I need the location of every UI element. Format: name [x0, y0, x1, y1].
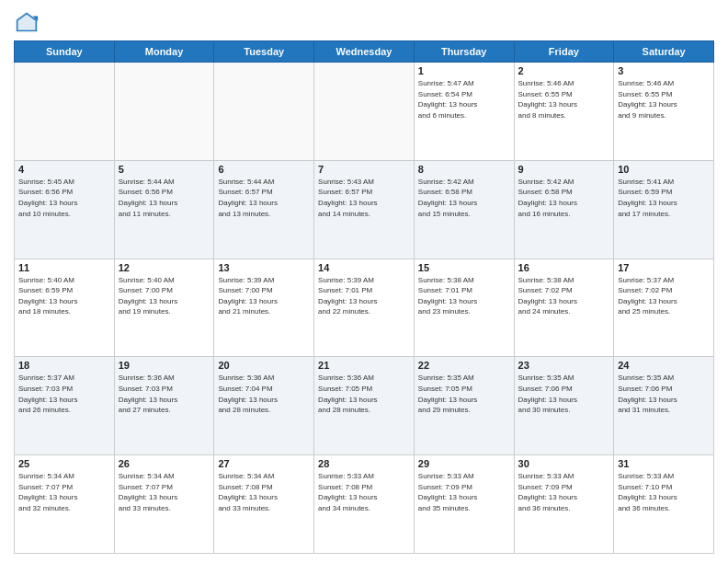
calendar-day-cell: 31Sunrise: 5:33 AM Sunset: 7:10 PM Dayli… [614, 455, 714, 554]
day-number: 4 [18, 164, 110, 175]
day-info: Sunrise: 5:41 AM Sunset: 6:59 PM Dayligh… [618, 177, 710, 219]
calendar-day-cell: 23Sunrise: 5:35 AM Sunset: 7:06 PM Dayli… [514, 357, 614, 455]
day-number: 5 [119, 164, 210, 175]
day-info: Sunrise: 5:38 AM Sunset: 7:01 PM Dayligh… [418, 275, 510, 317]
day-info: Sunrise: 5:42 AM Sunset: 6:58 PM Dayligh… [418, 177, 510, 219]
day-info: Sunrise: 5:46 AM Sunset: 6:55 PM Dayligh… [518, 78, 610, 121]
calendar-week-row: 4Sunrise: 5:45 AM Sunset: 6:56 PM Daylig… [15, 160, 714, 259]
day-info: Sunrise: 5:33 AM Sunset: 7:10 PM Dayligh… [618, 471, 710, 513]
calendar-day-cell: 7Sunrise: 5:43 AM Sunset: 6:57 PM Daylig… [314, 160, 415, 259]
day-number: 13 [218, 262, 310, 273]
day-info: Sunrise: 5:44 AM Sunset: 6:57 PM Dayligh… [218, 177, 310, 219]
calendar-day-cell: 27Sunrise: 5:34 AM Sunset: 7:08 PM Dayli… [214, 455, 314, 554]
calendar-week-row: 1Sunrise: 5:47 AM Sunset: 6:54 PM Daylig… [15, 63, 714, 161]
day-info: Sunrise: 5:39 AM Sunset: 7:01 PM Dayligh… [318, 275, 410, 317]
day-info: Sunrise: 5:34 AM Sunset: 7:07 PM Dayligh… [119, 471, 210, 513]
day-number: 7 [318, 164, 410, 175]
day-number: 11 [18, 262, 110, 273]
calendar-day-cell: 10Sunrise: 5:41 AM Sunset: 6:59 PM Dayli… [614, 160, 714, 259]
day-number: 31 [618, 458, 710, 469]
day-number: 29 [418, 458, 510, 469]
day-info: Sunrise: 5:35 AM Sunset: 7:06 PM Dayligh… [618, 373, 710, 415]
day-info: Sunrise: 5:36 AM Sunset: 7:04 PM Dayligh… [218, 373, 310, 415]
day-info: Sunrise: 5:36 AM Sunset: 7:05 PM Dayligh… [318, 373, 410, 415]
day-info: Sunrise: 5:47 AM Sunset: 6:54 PM Dayligh… [418, 78, 510, 121]
day-number: 6 [218, 164, 310, 175]
day-number: 19 [119, 360, 210, 371]
day-info: Sunrise: 5:40 AM Sunset: 6:59 PM Dayligh… [18, 275, 110, 317]
calendar-day-cell: 8Sunrise: 5:42 AM Sunset: 6:58 PM Daylig… [414, 160, 514, 259]
day-number: 2 [518, 65, 610, 76]
day-info: Sunrise: 5:46 AM Sunset: 6:55 PM Dayligh… [618, 78, 710, 121]
day-number: 21 [318, 360, 410, 371]
calendar-day-cell [314, 63, 415, 161]
day-info: Sunrise: 5:42 AM Sunset: 6:58 PM Dayligh… [518, 177, 610, 219]
day-number: 14 [318, 262, 410, 273]
day-info: Sunrise: 5:45 AM Sunset: 6:56 PM Dayligh… [18, 177, 110, 219]
logo-icon [14, 9, 40, 35]
calendar-day-cell: 26Sunrise: 5:34 AM Sunset: 7:07 PM Dayli… [114, 455, 214, 554]
day-number: 25 [18, 458, 110, 469]
calendar-day-cell: 4Sunrise: 5:45 AM Sunset: 6:56 PM Daylig… [15, 160, 115, 259]
calendar-day-cell: 1Sunrise: 5:47 AM Sunset: 6:54 PM Daylig… [414, 63, 514, 161]
day-number: 8 [418, 164, 510, 175]
svg-marker-0 [16, 12, 38, 32]
day-info: Sunrise: 5:38 AM Sunset: 7:02 PM Dayligh… [518, 275, 610, 317]
day-number: 9 [518, 164, 610, 175]
day-number: 17 [618, 262, 710, 273]
day-number: 15 [418, 262, 510, 273]
calendar-week-row: 18Sunrise: 5:37 AM Sunset: 7:03 PM Dayli… [15, 357, 714, 455]
day-number: 28 [318, 458, 410, 469]
calendar-day-cell: 22Sunrise: 5:35 AM Sunset: 7:05 PM Dayli… [414, 357, 514, 455]
calendar-day-cell: 20Sunrise: 5:36 AM Sunset: 7:04 PM Dayli… [214, 357, 314, 455]
calendar-day-cell: 6Sunrise: 5:44 AM Sunset: 6:57 PM Daylig… [214, 160, 314, 259]
day-info: Sunrise: 5:44 AM Sunset: 6:56 PM Dayligh… [119, 177, 210, 219]
day-info: Sunrise: 5:37 AM Sunset: 7:03 PM Dayligh… [18, 373, 110, 415]
header [14, 9, 714, 35]
calendar-header-row: SundayMondayTuesdayWednesdayThursdayFrid… [15, 41, 714, 63]
day-number: 23 [518, 360, 610, 371]
day-info: Sunrise: 5:33 AM Sunset: 7:09 PM Dayligh… [518, 471, 610, 513]
day-info: Sunrise: 5:34 AM Sunset: 7:08 PM Dayligh… [218, 471, 310, 513]
day-info: Sunrise: 5:39 AM Sunset: 7:00 PM Dayligh… [218, 275, 310, 317]
logo [14, 9, 43, 35]
calendar-day-cell: 17Sunrise: 5:37 AM Sunset: 7:02 PM Dayli… [614, 259, 714, 357]
calendar-table: SundayMondayTuesdayWednesdayThursdayFrid… [14, 40, 714, 554]
calendar-day-cell [15, 63, 115, 161]
day-number: 22 [418, 360, 510, 371]
day-info: Sunrise: 5:33 AM Sunset: 7:09 PM Dayligh… [418, 471, 510, 513]
calendar-day-cell: 18Sunrise: 5:37 AM Sunset: 7:03 PM Dayli… [15, 357, 115, 455]
weekday-header: Sunday [15, 41, 115, 63]
calendar-day-cell: 11Sunrise: 5:40 AM Sunset: 6:59 PM Dayli… [15, 259, 115, 357]
calendar-day-cell [114, 63, 214, 161]
calendar-day-cell: 19Sunrise: 5:36 AM Sunset: 7:03 PM Dayli… [114, 357, 214, 455]
day-number: 16 [518, 262, 610, 273]
calendar-day-cell [214, 63, 314, 161]
day-info: Sunrise: 5:35 AM Sunset: 7:05 PM Dayligh… [418, 373, 510, 415]
calendar-day-cell: 12Sunrise: 5:40 AM Sunset: 7:00 PM Dayli… [114, 259, 214, 357]
day-number: 30 [518, 458, 610, 469]
day-info: Sunrise: 5:33 AM Sunset: 7:08 PM Dayligh… [318, 471, 410, 513]
day-number: 26 [119, 458, 210, 469]
day-info: Sunrise: 5:40 AM Sunset: 7:00 PM Dayligh… [119, 275, 210, 317]
calendar-day-cell: 3Sunrise: 5:46 AM Sunset: 6:55 PM Daylig… [614, 63, 714, 161]
day-info: Sunrise: 5:43 AM Sunset: 6:57 PM Dayligh… [318, 177, 410, 219]
day-number: 27 [218, 458, 310, 469]
page: SundayMondayTuesdayWednesdayThursdayFrid… [0, 0, 728, 563]
calendar-day-cell: 16Sunrise: 5:38 AM Sunset: 7:02 PM Dayli… [514, 259, 614, 357]
weekday-header: Monday [114, 41, 214, 63]
day-number: 24 [618, 360, 710, 371]
calendar-day-cell: 15Sunrise: 5:38 AM Sunset: 7:01 PM Dayli… [414, 259, 514, 357]
calendar-day-cell: 14Sunrise: 5:39 AM Sunset: 7:01 PM Dayli… [314, 259, 415, 357]
weekday-header: Friday [514, 41, 614, 63]
calendar-week-row: 25Sunrise: 5:34 AM Sunset: 7:07 PM Dayli… [15, 455, 714, 554]
day-number: 18 [18, 360, 110, 371]
calendar-day-cell: 9Sunrise: 5:42 AM Sunset: 6:58 PM Daylig… [514, 160, 614, 259]
calendar-day-cell: 30Sunrise: 5:33 AM Sunset: 7:09 PM Dayli… [514, 455, 614, 554]
weekday-header: Saturday [614, 41, 714, 63]
weekday-header: Thursday [414, 41, 514, 63]
calendar-day-cell: 5Sunrise: 5:44 AM Sunset: 6:56 PM Daylig… [114, 160, 214, 259]
calendar-day-cell: 2Sunrise: 5:46 AM Sunset: 6:55 PM Daylig… [514, 63, 614, 161]
day-info: Sunrise: 5:37 AM Sunset: 7:02 PM Dayligh… [618, 275, 710, 317]
day-info: Sunrise: 5:34 AM Sunset: 7:07 PM Dayligh… [18, 471, 110, 513]
